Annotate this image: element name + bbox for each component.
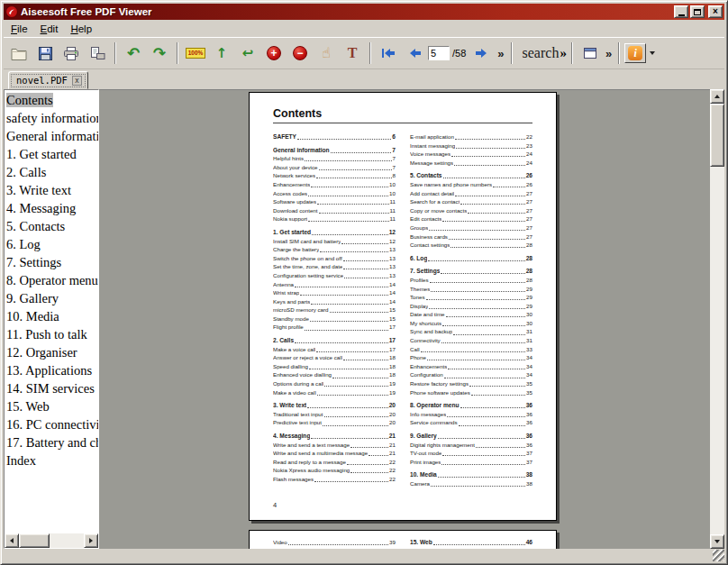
toc-entry: Flash messages22 [273, 475, 396, 484]
bookmark-item[interactable]: 17. Battery and charger [5, 434, 98, 452]
toc-entry-label: Video [273, 538, 287, 547]
previous-view-button[interactable]: ↩ [235, 41, 260, 66]
pdf-page-next: Video 39 15. Web 46 [249, 530, 557, 549]
toc-leader-dots [429, 308, 525, 309]
text-select-button[interactable]: T [340, 41, 365, 66]
menu-item-help[interactable]: Help [64, 22, 98, 36]
maximize-button[interactable] [690, 5, 705, 18]
zoom-out-button[interactable]: − [287, 41, 313, 66]
sidebar-horizontal-scrollbar[interactable] [5, 533, 98, 548]
toc-entry: Write and send a multimedia message21 [273, 449, 396, 458]
save-button[interactable] [32, 41, 58, 66]
bookmark-item[interactable]: safety information [5, 110, 98, 128]
toc-entry-page: 27 [526, 214, 532, 223]
scroll-left-icon [10, 538, 14, 543]
scroll-right-button[interactable] [84, 533, 98, 548]
bookmark-item[interactable]: 8. Operator menu [5, 272, 98, 290]
toc-entry: Add contact detail27 [410, 189, 532, 198]
bookmark-item[interactable]: 7. Settings [5, 254, 98, 272]
toc-entry-page: 7 [393, 163, 396, 172]
bookmark-item[interactable]: 13. Applications [5, 362, 98, 380]
fit-width-button[interactable]: ↑ [209, 41, 234, 66]
tab-novel-pdf[interactable]: novel.PDF x [8, 71, 88, 89]
toc-entry-label: Write and send a multimedia message [273, 449, 368, 458]
tab-close-button[interactable]: x [72, 76, 82, 86]
toc-leader-dots [441, 342, 525, 343]
title-bar[interactable]: Aiseesoft Free PDF Viewer × [4, 4, 724, 20]
toc-leader-dots [469, 386, 525, 387]
toc-entry-page: 14 [389, 288, 396, 297]
nav-more-chevron[interactable]: » [496, 47, 505, 60]
toc-entry: Switch the phone on and off13 [273, 254, 396, 263]
scroll-down-button[interactable] [710, 534, 724, 549]
bookmark-item[interactable]: 15. Web [5, 398, 98, 416]
toc-entry-label: Answer or reject a voice call [273, 353, 342, 362]
print-button[interactable] [59, 41, 84, 66]
viewer-vertical-scrollbar[interactable] [710, 89, 724, 549]
rotate-left-button[interactable]: ↶ [121, 41, 146, 66]
toc-entry-page: 29 [526, 285, 532, 294]
search-chevron-icon[interactable]: » [560, 46, 567, 61]
document-viewer[interactable]: Contents SAFETY6General information7Help… [99, 89, 710, 549]
tools-more-chevron[interactable]: » [604, 47, 614, 60]
first-page-button[interactable] [376, 41, 401, 66]
menu-item-file[interactable]: File [5, 22, 34, 36]
toc-entry: Read and reply to a message22 [273, 458, 396, 467]
vertical-scroll-thumb[interactable] [710, 104, 724, 167]
bookmark-item[interactable]: General information [5, 128, 98, 146]
scroll-up-button[interactable] [710, 89, 724, 104]
toc-entry-page: 27 [526, 189, 532, 198]
menu-item-edit[interactable]: Edit [34, 22, 65, 36]
toolbar-separator [618, 42, 620, 64]
toc-leader-dots [343, 360, 388, 360]
actual-size-button[interactable]: 100% [183, 41, 208, 66]
toc-leader-dots [427, 360, 525, 360]
bookmark-item[interactable]: 3. Write text [5, 182, 98, 200]
toc-entry-page: 13 [389, 271, 396, 280]
bookmark-item[interactable]: 2. Calls [5, 164, 98, 182]
rotate-right-button[interactable]: ↷ [147, 41, 172, 66]
bookmark-item[interactable]: Index [5, 452, 98, 470]
horizontal-scroll-thumb[interactable] [19, 533, 50, 548]
info-button[interactable]: i [624, 43, 646, 63]
open-button[interactable] [6, 41, 32, 66]
vertical-scroll-track[interactable] [710, 104, 724, 534]
scroll-left-button[interactable] [5, 533, 19, 548]
close-button[interactable]: × [708, 5, 723, 18]
minimize-button[interactable] [674, 5, 688, 18]
bookmark-item[interactable]: 4. Messaging [5, 200, 98, 218]
toc-entry: microSD memory card15 [273, 305, 396, 314]
bookmark-item[interactable]: 11. Push to talk [5, 326, 98, 344]
next-page-button[interactable] [469, 41, 495, 66]
bookmark-item[interactable]: Contents [5, 92, 98, 110]
view-mode-button[interactable] [578, 41, 603, 66]
bookmark-item[interactable]: 14. SIM services [5, 380, 98, 398]
info-dropdown-icon[interactable] [650, 51, 655, 55]
bookmark-item[interactable]: 12. Organiser [5, 344, 98, 362]
toc-entry: Traditional text input20 [273, 410, 396, 419]
bookmark-item[interactable]: 5. Contacts [5, 218, 98, 236]
menu-bar: FileEditHelp [4, 20, 724, 37]
toc-leader-dots [431, 291, 525, 292]
horizontal-scroll-track[interactable] [50, 533, 84, 548]
toc-entry-page: 14 [389, 280, 396, 289]
scroll-up-icon [714, 95, 720, 98]
scroll-down-icon [714, 540, 720, 543]
toc-entry-page: 18 [389, 362, 396, 371]
bookmark-item[interactable]: 16. PC connectivity [5, 416, 98, 434]
resize-grip[interactable] [713, 550, 724, 561]
toolbar: ↶ ↷ 100% ↑ ↩ + − ☝ T /58 » search » » [4, 37, 724, 69]
search-input[interactable]: search [523, 45, 560, 61]
bookmark-item[interactable]: 6. Log [5, 236, 98, 254]
hand-tool-button[interactable]: ☝ [314, 41, 339, 66]
page-number-input[interactable] [428, 46, 450, 60]
bookmark-item[interactable]: 10. Media [5, 308, 98, 326]
bookmark-item[interactable]: 1. Get started [5, 146, 98, 164]
toc-entry-label: Configuration [410, 370, 443, 379]
toc-leader-dots [300, 295, 388, 296]
previous-page-button[interactable] [402, 41, 427, 66]
bookmark-item[interactable]: 9. Gallery [5, 290, 98, 308]
export-button[interactable] [85, 41, 110, 66]
toc-entry-page: 13 [389, 245, 396, 254]
zoom-in-button[interactable]: + [261, 41, 287, 66]
